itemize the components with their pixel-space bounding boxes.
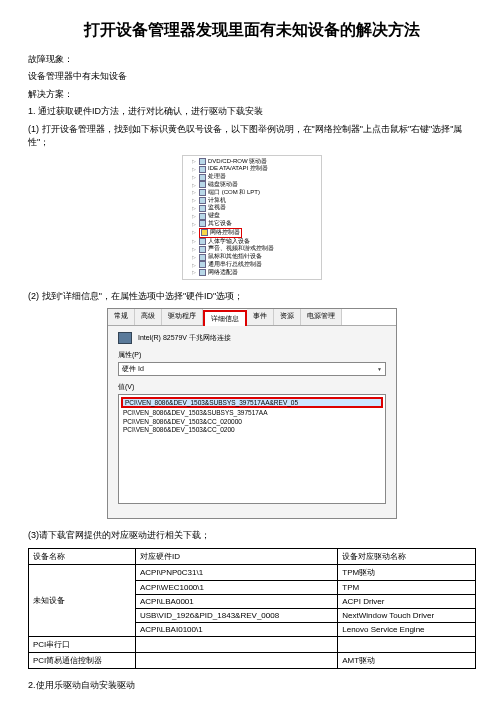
table-cell-id: USB\VID_1926&PID_1843&REV_0008 <box>135 608 337 622</box>
step-1-2: (2) 找到"详细信息"，在属性选项中选择"硬件ID"选项； <box>28 290 476 303</box>
properties-dialog: 常规高级驱动程序详细信息事件资源电源管理 Intel(R) 82579V 千兆网… <box>107 308 397 519</box>
dialog-tab[interactable]: 详细信息 <box>203 310 247 326</box>
device-tree-highlight: 网络控制器 <box>210 229 240 237</box>
property-dropdown[interactable]: 硬件 Id ▼ <box>118 362 386 376</box>
property-label: 属性(P) <box>118 350 386 360</box>
driver-table: 设备名称 对应硬件ID 设备对应驱动名称 未知设备 ACPI\PNP0C31\1… <box>28 548 476 669</box>
step-1: 1. 通过获取硬件ID方法，进行对比确认，进行驱动下载安装 <box>28 105 476 118</box>
table-cell-drv: NextWindow Touch Driver <box>338 608 476 622</box>
solution-label: 解决方案： <box>28 88 476 101</box>
property-dropdown-value: 硬件 Id <box>122 364 144 374</box>
hardware-id-item[interactable]: PCI\VEN_8086&DEV_1503&SUBSYS_397517AA&RE… <box>121 397 383 408</box>
table-cell-id: ACPI\LBA0001 <box>135 594 337 608</box>
table-header-id: 对应硬件ID <box>135 548 337 564</box>
value-label: 值(V) <box>118 382 386 392</box>
device-tree-item: ▷其它设备 <box>185 220 319 228</box>
table-cell-id: ACPI\LBAI0100\1 <box>135 622 337 636</box>
dialog-tab[interactable]: 电源管理 <box>301 309 342 325</box>
dialog-tab[interactable]: 常规 <box>108 309 135 325</box>
step-1-1: (1) 打开设备管理器，找到如下标识黄色叹号设备，以下图举例说明，在"网络控制器… <box>28 123 476 148</box>
table-cell-devicename: PCI串行口 <box>29 636 136 652</box>
device-tree-item: ▷处理器 <box>185 173 319 181</box>
table-cell-id <box>135 652 337 668</box>
device-tree-item: ▷计算机 <box>185 197 319 205</box>
table-cell-drv: TPM驱动 <box>338 564 476 580</box>
device-tree-item: ▷通用串行总线控制器 <box>185 261 319 269</box>
table-cell-devicename: 未知设备 <box>29 564 136 636</box>
dialog-tabs: 常规高级驱动程序详细信息事件资源电源管理 <box>108 309 396 326</box>
table-cell-drv: ACPI Driver <box>338 594 476 608</box>
table-cell-drv: TPM <box>338 580 476 594</box>
device-tree-item: ▷端口 (COM 和 LPT) <box>185 189 319 197</box>
device-tree-item: ▷键盘 <box>185 212 319 220</box>
dialog-tab[interactable]: 驱动程序 <box>162 309 203 325</box>
page-title: 打开设备管理器发现里面有未知设备的解决方法 <box>28 20 476 41</box>
dialog-tab[interactable]: 高级 <box>135 309 162 325</box>
device-tree-item: ▷磁盘驱动器 <box>185 181 319 189</box>
hardware-id-item[interactable]: PCI\VEN_8086&DEV_1503&CC_0200 <box>121 426 383 434</box>
dialog-tab[interactable]: 资源 <box>274 309 301 325</box>
dialog-tab[interactable]: 事件 <box>247 309 274 325</box>
fault-text: 设备管理器中有未知设备 <box>28 70 476 83</box>
device-tree-item: ▷网络适配器 <box>185 269 319 277</box>
network-adapter-icon <box>118 332 132 344</box>
table-cell-id <box>135 636 337 652</box>
table-cell-drv: Lenovo Service Engine <box>338 622 476 636</box>
hardware-id-listbox[interactable]: PCI\VEN_8086&DEV_1503&SUBSYS_397517AA&RE… <box>118 394 386 504</box>
table-cell-id: ACPI\WEC1000\1 <box>135 580 337 594</box>
device-name-text: Intel(R) 82579V 千兆网络连接 <box>138 333 231 343</box>
table-header-name: 设备名称 <box>29 548 136 564</box>
device-tree-item: ▷IDE ATA/ATAPI 控制器 <box>185 165 319 173</box>
table-cell-drv: AMT驱动 <box>338 652 476 668</box>
fault-label: 故障现象： <box>28 53 476 66</box>
device-tree-item: ▷声音、视频和游戏控制器 <box>185 245 319 253</box>
device-tree-item: ▷DVD/CD-ROW 驱动器 <box>185 158 319 166</box>
table-header-driver: 设备对应驱动名称 <box>338 548 476 564</box>
chevron-down-icon: ▼ <box>377 366 382 372</box>
hardware-id-item[interactable]: PCI\VEN_8086&DEV_1503&CC_020000 <box>121 418 383 426</box>
device-tree-item: ▷鼠标和其他指针设备 <box>185 253 319 261</box>
step-1-3: (3)请下载官网提供的对应驱动进行相关下载； <box>28 529 476 542</box>
table-cell-drv <box>338 636 476 652</box>
table-cell-id: ACPI\PNP0C31\1 <box>135 564 337 580</box>
device-tree-screenshot: ▷DVD/CD-ROW 驱动器▷IDE ATA/ATAPI 控制器▷处理器▷磁盘… <box>182 155 322 280</box>
table-cell-devicename: PCI简易通信控制器 <box>29 652 136 668</box>
step-2: 2.使用乐驱动自动安装驱动 <box>28 679 476 692</box>
hardware-id-item[interactable]: PCI\VEN_8086&DEV_1503&SUBSYS_397517AA <box>121 409 383 417</box>
device-tree-item: ▷监视器 <box>185 204 319 212</box>
